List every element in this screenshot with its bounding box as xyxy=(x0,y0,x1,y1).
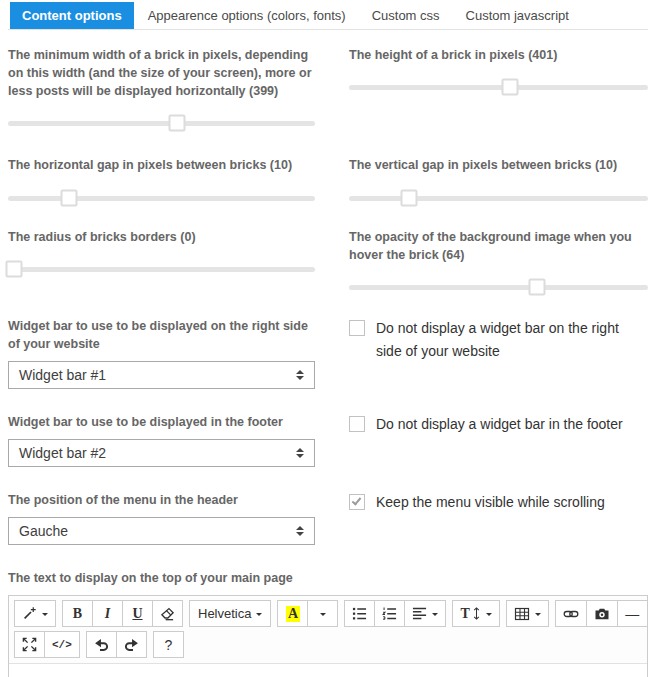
checkbox-keep-menu-visible[interactable]: Keep the menu visible while scrolling xyxy=(349,491,648,514)
caret-down-icon xyxy=(535,613,541,619)
font-color-dropdown-button[interactable] xyxy=(307,600,338,627)
table-icon xyxy=(514,606,530,622)
menu-position-label: The position of the menu in the header xyxy=(8,491,315,509)
field-menu-position: The position of the menu in the header G… xyxy=(8,491,315,545)
slider-handle[interactable] xyxy=(502,79,519,96)
checkbox-box[interactable] xyxy=(349,320,365,336)
checkbox-box[interactable] xyxy=(349,494,365,510)
slider-track[interactable] xyxy=(8,196,315,201)
editor-toolbar: B I U Helvetica xyxy=(9,596,647,664)
slider-track[interactable] xyxy=(349,285,648,290)
border-radius-slider[interactable] xyxy=(8,261,315,278)
field-min-brick-width: The minimum width of a brick in pixels, … xyxy=(8,46,315,132)
style-dropdown-button[interactable] xyxy=(14,600,56,627)
rich-text-editor: B I U Helvetica xyxy=(8,595,648,677)
caret-down-icon xyxy=(320,613,326,619)
magic-wand-icon xyxy=(22,606,37,621)
ordered-list-icon xyxy=(382,606,397,621)
field-widget-bar-right: Widget bar to use to be displayed on the… xyxy=(8,317,315,389)
fullscreen-button[interactable] xyxy=(14,631,45,658)
horizontal-rule-button[interactable]: — xyxy=(617,600,648,627)
tab-content-options[interactable]: Content options xyxy=(10,2,134,29)
redo-icon xyxy=(124,637,139,652)
field-brick-height: The height of a brick in pixels (401) xyxy=(349,46,648,96)
undo-button[interactable] xyxy=(86,631,117,658)
font-family-dropdown[interactable]: Helvetica xyxy=(189,600,271,627)
field-widget-bar-footer: Widget bar to use to be displayed in the… xyxy=(8,413,315,467)
table-button[interactable] xyxy=(506,600,549,627)
select-updown-icon xyxy=(296,370,304,380)
code-view-button[interactable]: </> xyxy=(44,631,80,658)
toolbar-row-1: B I U Helvetica xyxy=(14,600,642,627)
font-family-value: Helvetica xyxy=(198,606,251,621)
redo-button[interactable] xyxy=(116,631,147,658)
underline-button[interactable]: U xyxy=(122,600,153,627)
widget-bar-right-select[interactable]: Widget bar #1 xyxy=(8,361,315,389)
slider-handle[interactable] xyxy=(529,278,546,295)
field-border-radius: The radius of bricks borders (0) xyxy=(8,228,315,278)
checkbox-label: Do not display a widget bar in the foote… xyxy=(376,413,623,436)
fullscreen-icon xyxy=(22,637,37,652)
paragraph-align-button[interactable] xyxy=(404,600,446,627)
brick-height-slider[interactable] xyxy=(349,79,648,96)
hover-opacity-label: The opacity of the background image when… xyxy=(349,228,648,264)
slider-handle[interactable] xyxy=(400,189,417,206)
check-icon xyxy=(352,496,362,506)
checkbox-label: Do not display a widget bar on the right… xyxy=(376,317,648,363)
caret-down-icon xyxy=(256,613,262,619)
settings-page: Content options Appearence options (colo… xyxy=(0,0,656,677)
tab-bar: Content options Appearence options (colo… xyxy=(8,0,648,30)
select-value: Widget bar #1 xyxy=(19,367,106,383)
widget-bar-right-label: Widget bar to use to be displayed on the… xyxy=(8,317,315,353)
help-button[interactable]: ? xyxy=(153,631,184,658)
slider-handle[interactable] xyxy=(61,189,78,206)
editor-text-area[interactable] xyxy=(9,664,647,677)
ordered-list-button[interactable] xyxy=(374,600,405,627)
vertical-gap-slider[interactable] xyxy=(349,190,648,207)
checkbox-no-right-widget-bar[interactable]: Do not display a widget bar on the right… xyxy=(349,317,648,363)
editor-label: The text to display on the top of your m… xyxy=(8,569,648,587)
slider-handle[interactable] xyxy=(168,115,185,132)
brick-height-label: The height of a brick in pixels (401) xyxy=(349,46,648,64)
top-text-editor-section: The text to display on the top of your m… xyxy=(8,569,648,677)
menu-position-select[interactable]: Gauche xyxy=(8,517,315,545)
checkbox-box[interactable] xyxy=(349,416,365,432)
tab-custom-css[interactable]: Custom css xyxy=(360,2,452,29)
paragraph-align-icon xyxy=(412,606,427,621)
italic-button[interactable]: I xyxy=(92,600,123,627)
slider-track[interactable] xyxy=(8,121,315,126)
field-horizontal-gap: The horizontal gap in pixels between bri… xyxy=(8,156,315,206)
min-brick-width-slider[interactable] xyxy=(8,115,315,132)
bold-button[interactable]: B xyxy=(62,600,93,627)
slider-track[interactable] xyxy=(349,85,648,90)
tab-appearance-options[interactable]: Appearence options (colors, fonts) xyxy=(136,2,358,29)
horizontal-gap-label: The horizontal gap in pixels between bri… xyxy=(8,156,315,174)
slider-track[interactable] xyxy=(349,196,648,201)
widget-bar-footer-label: Widget bar to use to be displayed in the… xyxy=(8,413,315,431)
unordered-list-button[interactable] xyxy=(344,600,375,627)
vertical-arrows-icon xyxy=(472,606,481,621)
font-color-button[interactable]: A xyxy=(277,600,308,627)
checkbox-label: Keep the menu visible while scrolling xyxy=(376,491,605,514)
font-color-icon: A xyxy=(286,606,300,621)
line-height-letter: T xyxy=(460,606,469,622)
caret-down-icon xyxy=(42,613,48,619)
horizontal-gap-slider[interactable] xyxy=(8,190,315,207)
widget-bar-footer-select[interactable]: Widget bar #2 xyxy=(8,439,315,467)
checkbox-no-footer-widget-bar[interactable]: Do not display a widget bar in the foote… xyxy=(349,413,648,436)
select-value: Widget bar #2 xyxy=(19,445,106,461)
tab-custom-javascript[interactable]: Custom javascript xyxy=(454,2,581,29)
slider-handle[interactable] xyxy=(6,260,23,277)
camera-icon xyxy=(594,606,610,622)
insert-link-button[interactable] xyxy=(555,600,587,627)
line-height-button[interactable]: T xyxy=(452,600,499,627)
undo-icon xyxy=(94,637,109,652)
select-value: Gauche xyxy=(19,523,68,539)
insert-picture-button[interactable] xyxy=(586,600,618,627)
field-hover-opacity: The opacity of the background image when… xyxy=(349,228,648,296)
clear-formatting-button[interactable] xyxy=(152,600,183,627)
slider-track[interactable] xyxy=(8,267,315,272)
hover-opacity-slider[interactable] xyxy=(349,279,648,296)
select-updown-icon xyxy=(296,526,304,536)
vertical-gap-label: The vertical gap in pixels between brick… xyxy=(349,156,648,174)
